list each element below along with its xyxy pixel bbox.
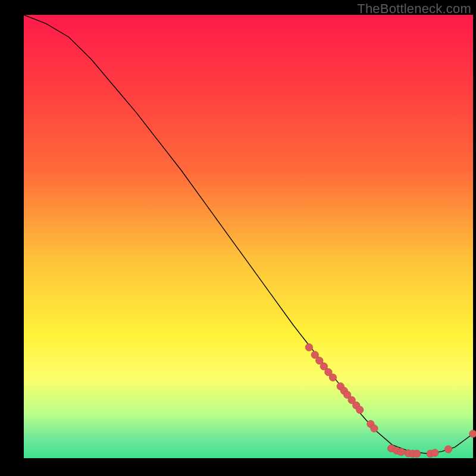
data-point (431, 449, 439, 456)
data-point (371, 425, 378, 432)
data-point (329, 374, 336, 381)
data-point (413, 450, 420, 457)
bottleneck-chart (0, 0, 476, 476)
data-point (444, 446, 452, 453)
data-point (397, 448, 405, 455)
data-point (469, 430, 476, 437)
data-point (305, 344, 312, 351)
gradient-background (24, 15, 473, 458)
data-point (356, 406, 364, 414)
chart-frame: TheBottleneck.com (0, 0, 476, 476)
watermark-text: TheBottleneck.com (357, 1, 471, 17)
